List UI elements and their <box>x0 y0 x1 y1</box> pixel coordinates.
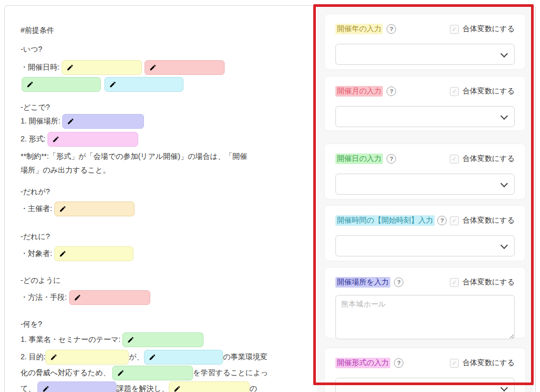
merge-variable-option: ✓ 合体変数にする <box>450 87 515 96</box>
variable-label-start-time: 開催時間の【開始時刻】入力 <box>335 215 435 226</box>
edit-pencil-icon <box>42 385 50 392</box>
placeholder-chip-method[interactable] <box>69 290 150 305</box>
purpose-line3-text-b: 課題を解決し、 <box>117 384 169 392</box>
venue-label: 1. 開催場所: <box>21 117 60 126</box>
variable-label-format: 開催形式の入力 <box>335 358 390 368</box>
question-how: -どのように <box>21 275 312 285</box>
doc-heading: #前提条件 <box>21 25 312 35</box>
question-where: -どこで? <box>21 102 312 112</box>
organizer-label: ・主催者: <box>21 204 52 214</box>
purpose-label: 2. 目的: <box>21 352 45 362</box>
edit-pencil-icon <box>26 81 34 88</box>
placeholder-chip-purpose-goal[interactable] <box>169 381 249 392</box>
edit-pencil-icon <box>127 336 134 343</box>
edit-pencil-icon <box>66 64 74 71</box>
placeholder-chip-purpose-learning[interactable] <box>112 366 193 380</box>
merge-checkbox-label: 合体変数にする <box>462 358 515 368</box>
placeholder-chip-start-time[interactable] <box>104 77 184 92</box>
help-icon[interactable]: ? <box>387 154 396 164</box>
constraint-note: **制約**:「形式」が「会場での参加(リアル開催)」の場合は、「開催 場所」の… <box>21 149 305 177</box>
question-what: -何を? <box>21 319 312 329</box>
merge-checkbox[interactable]: ✓ <box>450 87 459 96</box>
question-whom: -だれに? <box>21 231 312 242</box>
placeholder-chip-purpose-subject[interactable] <box>45 350 129 365</box>
variable-card-start-time: 開催時間の【開始時刻】入力 ? ✓ 合体変数にする <box>324 205 526 261</box>
merge-checkbox[interactable]: ✓ <box>450 216 459 225</box>
merge-checkbox[interactable]: ✓ <box>450 25 459 34</box>
day-select[interactable] <box>335 174 515 195</box>
purpose-line3-text-a: て、 <box>21 384 35 392</box>
merge-variable-option: ✓ 合体変数にする <box>450 216 515 225</box>
merge-checkbox-label: 合体変数にする <box>462 216 515 225</box>
placeholder-chip-audience[interactable] <box>54 246 133 261</box>
chevron-down-icon <box>500 384 508 391</box>
chevron-down-icon <box>500 50 508 58</box>
placeholder-chip-format[interactable] <box>47 132 138 147</box>
help-icon[interactable]: ? <box>387 24 396 34</box>
chevron-down-icon <box>500 112 508 120</box>
placeholder-chip-organizer[interactable] <box>54 202 134 216</box>
variable-label-venue: 開催場所を入力 <box>335 277 390 288</box>
variable-settings-sidebar: 開催年の入力 ? ✓ 合体変数にする 開催月の入力 ? ✓ 合体変数にする <box>317 6 533 392</box>
merge-checkbox[interactable]: ✓ <box>450 359 459 368</box>
merge-variable-option: ✓ 合体変数にする <box>450 154 515 164</box>
theme-label: 1. 事業名・セミナーのテーマ: <box>21 335 120 345</box>
edit-pencil-icon <box>117 369 124 377</box>
datetime-label: ・開催日時: <box>21 63 60 72</box>
placeholder-chip-month[interactable] <box>144 60 225 75</box>
placeholder-chip-theme[interactable] <box>122 332 204 347</box>
variable-card-year: 開催年の入力 ? ✓ 合体変数にする <box>324 14 526 70</box>
merge-checkbox[interactable]: ✓ <box>450 278 459 287</box>
placeholder-chip-purpose-issue[interactable] <box>37 381 117 392</box>
method-label: ・方法・手段: <box>21 293 67 302</box>
placeholder-chip-purpose-environment[interactable] <box>144 350 223 365</box>
edit-pencil-icon <box>50 353 57 361</box>
month-select[interactable] <box>335 106 515 127</box>
variable-label-month: 開催月の入力 <box>335 86 383 97</box>
chevron-down-icon <box>500 180 508 187</box>
question-when: -いつ? <box>21 44 312 54</box>
edit-pencil-icon <box>109 81 117 88</box>
purpose-line2-text-b: を学習することによっ <box>193 368 268 378</box>
variable-label-day: 開催日の入力 <box>335 154 383 164</box>
question-who: -だれが? <box>21 186 312 197</box>
edit-pencil-icon <box>59 205 66 213</box>
help-icon[interactable]: ? <box>387 87 396 96</box>
merge-variable-option: ✓ 合体変数にする <box>450 278 515 287</box>
prompt-template-panel: #前提条件 -いつ? ・開催日時: -どこで? 1. 開催場所: 2. 形式: … <box>4 5 536 392</box>
edit-pencil-icon <box>149 64 157 71</box>
placeholder-chip-day[interactable] <box>22 77 101 92</box>
format-label: 2. 形式: <box>21 135 45 144</box>
help-icon[interactable]: ? <box>394 358 403 368</box>
merge-checkbox-label: 合体変数にする <box>462 24 515 34</box>
constraint-line1: **制約**:「形式」が「会場での参加(リアル開催)」の場合は、「開催 <box>21 149 305 163</box>
help-icon[interactable]: ? <box>394 278 403 287</box>
format-select[interactable] <box>335 378 515 392</box>
edit-pencil-icon <box>52 136 60 143</box>
edit-pencil-icon <box>59 250 66 257</box>
venue-textarea[interactable] <box>335 295 515 339</box>
variable-label-year: 開催年の入力 <box>335 24 383 34</box>
merge-variable-option: ✓ 合体変数にする <box>450 358 515 368</box>
variable-card-day: 開催日の入力 ? ✓ 合体変数にする <box>324 144 526 199</box>
purpose-text-1: が、 <box>129 352 143 362</box>
placeholder-chip-year[interactable] <box>62 60 142 75</box>
prompt-document: #前提条件 -いつ? ・開催日時: -どこで? 1. 開催場所: 2. 形式: … <box>21 6 312 392</box>
edit-pencil-icon <box>67 118 74 125</box>
purpose-line3-text-c: の <box>249 384 257 392</box>
variable-card-month: 開催月の入力 ? ✓ 合体変数にする <box>324 76 526 131</box>
variable-card-format: 開催形式の入力 ? ✓ 合体変数にする <box>324 348 526 392</box>
placeholder-chip-venue[interactable] <box>62 114 144 129</box>
purpose-text-2: の事業環境変 <box>223 352 267 362</box>
help-icon[interactable]: ? <box>437 216 447 225</box>
merge-variable-option: ✓ 合体変数にする <box>450 24 515 34</box>
year-select[interactable] <box>335 44 515 65</box>
start-time-select[interactable] <box>335 235 515 256</box>
merge-checkbox-label: 合体変数にする <box>462 278 515 287</box>
merge-checkbox-label: 合体変数にする <box>462 87 515 96</box>
purpose-line2-text-a: 化の脅威へ対応するため、 <box>21 368 110 378</box>
edit-pencil-icon <box>149 353 156 361</box>
variable-card-venue: 開催場所を入力 ? ✓ 合体変数にする <box>324 267 526 338</box>
audience-label: ・対象者: <box>21 249 52 259</box>
merge-checkbox[interactable]: ✓ <box>450 155 459 164</box>
